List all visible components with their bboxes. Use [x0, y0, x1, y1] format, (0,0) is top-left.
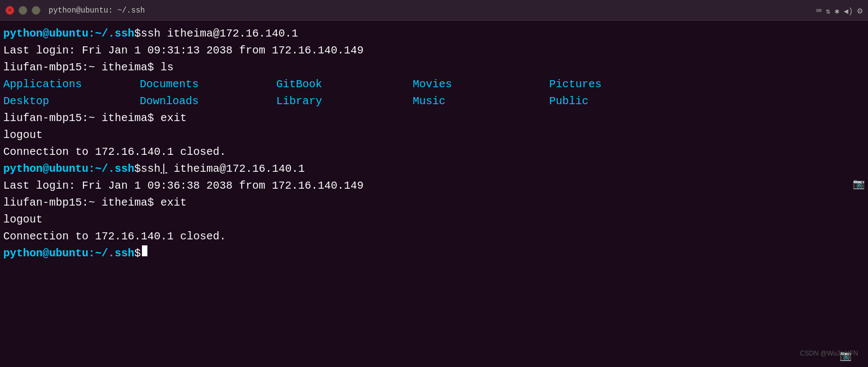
ls-item-music: Music — [413, 93, 549, 110]
keyboard-icon: ⌨ — [816, 5, 822, 16]
bluetooth-icon: ✱ — [835, 7, 839, 16]
ls-item-pictures: Pictures — [549, 76, 686, 93]
window-title: python@ubuntu: ~/.ssh — [49, 6, 145, 15]
cmd-9: ssh| itheima@172.16.140.1 — [141, 160, 305, 177]
ls-item-downloads: Downloads — [140, 93, 276, 110]
terminal-window: × python@ubuntu: ~/.ssh ⌨ ⇅ ✱ ◀) ⚙ pytho… — [0, 0, 868, 367]
title-bar: × python@ubuntu: ~/.ssh ⌨ ⇅ ✱ ◀) ⚙ — [0, 0, 868, 21]
output-3: liufan-mbp15:~ itheima$ ls — [3, 59, 174, 76]
terminal-line-10: Last login: Fri Jan 1 09:36:38 2038 from… — [3, 177, 865, 194]
ls-item-desktop: Desktop — [3, 93, 140, 110]
minimize-button[interactable] — [19, 6, 27, 15]
maximize-button[interactable] — [32, 6, 40, 15]
system-icons-area: ⌨ ⇅ ✱ ◀) ⚙ — [816, 5, 863, 16]
terminal-line-9: python@ubuntu:~/.ssh$ ssh| itheima@172.1… — [3, 160, 865, 177]
terminal-body[interactable]: python@ubuntu:~/.ssh$ ssh itheima@172.16… — [0, 21, 868, 367]
terminal-line-7: logout — [3, 127, 865, 143]
prompt-suffix-1: $ — [134, 25, 141, 42]
close-button[interactable]: × — [5, 6, 14, 15]
prompt-9: python@ubuntu:~/.ssh — [3, 160, 134, 177]
network-icon: ⇅ — [826, 7, 830, 16]
terminal-cursor — [142, 245, 147, 256]
prompt-suffix-14: $ — [134, 245, 141, 262]
ls-item-documents: Documents — [140, 76, 276, 93]
ls-item-applications: Applications — [3, 76, 140, 93]
output-6: liufan-mbp15:~ itheima$ exit — [3, 110, 187, 127]
output-10: Last login: Fri Jan 1 09:36:38 2038 from… — [3, 177, 364, 194]
terminal-line-11: liufan-mbp15:~ itheima$ exit — [3, 194, 865, 211]
output-8: Connection to 172.16.140.1 closed. — [3, 143, 226, 160]
ls-item-movies: Movies — [413, 76, 549, 93]
output-11: liufan-mbp15:~ itheima$ exit — [3, 194, 187, 211]
prompt-1: python@ubuntu:~/.ssh — [3, 25, 134, 42]
terminal-line-6: liufan-mbp15:~ itheima$ exit — [3, 110, 865, 127]
ls-row-2: Desktop Downloads Library Music Public — [3, 93, 865, 110]
output-13: Connection to 172.16.140.1 closed. — [3, 228, 226, 245]
cmd-1: ssh itheima@172.16.140.1 — [141, 25, 298, 42]
terminal-line-12: logout — [3, 211, 865, 228]
settings-icon: ⚙ — [857, 5, 863, 16]
ls-item-library: Library — [276, 93, 413, 110]
terminal-line-13: Connection to 172.16.140.1 closed. — [3, 228, 865, 245]
output-12: logout — [3, 211, 43, 228]
terminal-line-8: Connection to 172.16.140.1 closed. — [3, 143, 865, 160]
terminal-line-1: python@ubuntu:~/.ssh$ ssh itheima@172.16… — [3, 25, 865, 42]
output-2: Last login: Fri Jan 1 09:31:13 2038 from… — [3, 42, 364, 59]
volume-icon: ◀) — [844, 7, 853, 16]
terminal-line-3: liufan-mbp15:~ itheima$ ls — [3, 59, 865, 76]
ls-item-gitbook: GitBook — [276, 76, 413, 93]
terminal-line-14: python@ubuntu:~/.ssh$ — [3, 245, 865, 262]
window-controls: × — [5, 6, 40, 15]
ls-item-public: Public — [549, 93, 686, 110]
ls-row-1: Applications Documents GitBook Movies Pi… — [3, 76, 865, 93]
output-7: logout — [3, 127, 43, 143]
prompt-14: python@ubuntu:~/.ssh — [3, 245, 134, 262]
side-camera-icon: 📷 — [853, 178, 865, 190]
watermark: CSDN @WuJiaYFN — [800, 350, 858, 357]
prompt-suffix-9: $ — [134, 160, 141, 177]
terminal-line-2: Last login: Fri Jan 1 09:31:13 2038 from… — [3, 42, 865, 59]
